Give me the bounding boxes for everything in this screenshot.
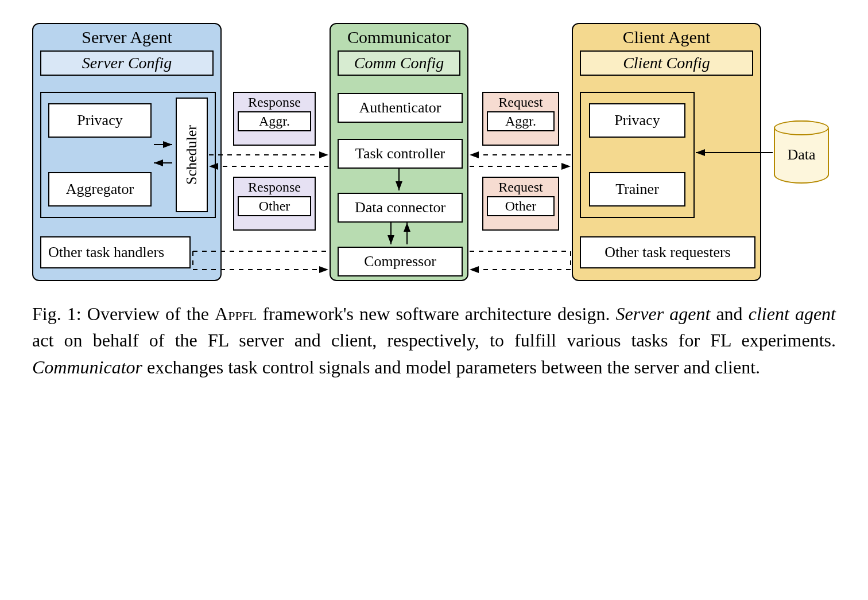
response-aggr-title: Response — [234, 93, 315, 110]
data-cylinder-label: Data — [787, 146, 815, 163]
data-connector-box: Data connector — [338, 193, 463, 223]
server-agent-title: Server Agent — [33, 24, 220, 49]
request-aggr-title: Request — [483, 93, 558, 110]
figure-caption: Fig. 1: Overview of the Appfl framework'… — [32, 301, 836, 380]
response-other-box: Response Other — [233, 177, 316, 231]
response-aggr-box: Response Aggr. — [233, 92, 316, 146]
architecture-diagram: Server Agent Server Config Privacy Aggre… — [32, 23, 836, 287]
client-other-requesters-box: Other task requesters — [580, 236, 755, 268]
request-aggr-box: Request Aggr. — [482, 92, 559, 146]
authenticator-box: Authenticator — [338, 93, 463, 123]
request-other-title: Request — [483, 178, 558, 195]
server-scheduler-box: Scheduler — [176, 98, 208, 212]
response-aggr-inner: Aggr. — [238, 111, 311, 131]
server-other-handlers-box: Other task handlers — [40, 236, 191, 268]
server-aggregator-box: Aggregator — [48, 172, 152, 207]
server-config-box: Server Config — [40, 50, 214, 76]
client-agent-title: Client Agent — [573, 24, 760, 49]
server-agent-panel: Server Agent Server Config Privacy Aggre… — [32, 23, 222, 281]
task-controller-box: Task controller — [338, 139, 463, 169]
client-trainer-box: Trainer — [589, 172, 685, 207]
server-privacy-box: Privacy — [48, 103, 152, 138]
compressor-box: Compressor — [338, 247, 463, 276]
caption-appfl: Appfl — [215, 303, 257, 324]
request-other-box: Request Other — [482, 177, 559, 231]
communicator-panel: Communicator Comm Config Authenticator T… — [330, 23, 468, 281]
data-cylinder: Data — [774, 120, 829, 184]
client-privacy-box: Privacy — [589, 103, 685, 138]
comm-config-box: Comm Config — [338, 50, 460, 76]
request-other-inner: Other — [487, 196, 555, 216]
response-other-title: Response — [234, 178, 315, 195]
client-agent-panel: Client Agent Client Config Privacy Train… — [572, 23, 761, 281]
request-aggr-inner: Aggr. — [487, 111, 555, 131]
client-config-box: Client Config — [580, 50, 753, 76]
caption-prefix: Fig. 1: Overview of the — [32, 303, 215, 324]
communicator-title: Communicator — [331, 24, 467, 49]
server-scheduler-label: Scheduler — [183, 125, 200, 185]
response-other-inner: Other — [238, 196, 311, 216]
